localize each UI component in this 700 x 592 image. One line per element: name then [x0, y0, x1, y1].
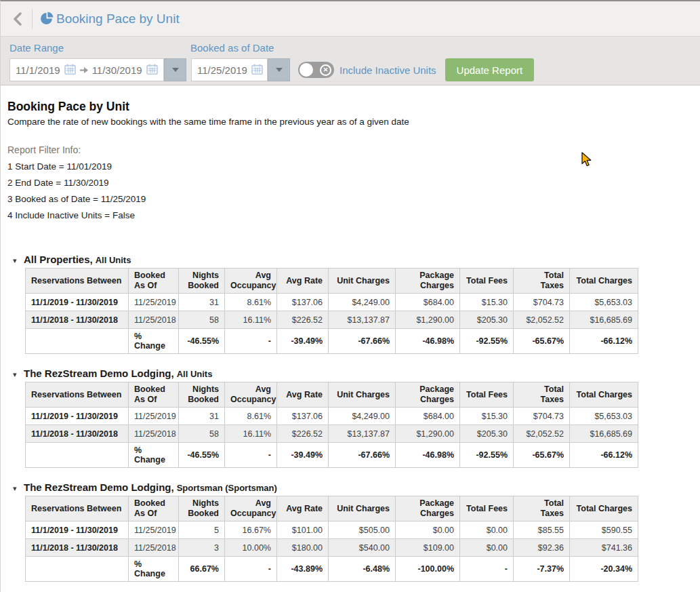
report-section: ▾All Properties,All UnitsReservations Be…	[7, 254, 700, 354]
filter-info-line: 2 End Date = 11/30/2019	[7, 178, 700, 188]
table-cell: $226.52	[277, 311, 329, 329]
calendar-icon[interactable]	[64, 64, 76, 77]
table-cell: 16.67%	[225, 521, 277, 539]
table-cell: $0.00	[460, 539, 514, 557]
table-cell: $4,249.00	[329, 408, 396, 425]
calendar-icon[interactable]	[146, 64, 158, 77]
filter-info-line: 4 Include Inactive Units = False	[7, 210, 700, 220]
column-header: Total Taxes	[514, 496, 570, 521]
section-property-name: The RezStream Demo Lodging,	[24, 481, 174, 493]
back-button[interactable]	[7, 7, 28, 31]
table-cell: $205.30	[460, 425, 514, 443]
date-range-dropdown-button[interactable]	[164, 58, 186, 81]
column-header: Avg Rate	[277, 382, 329, 408]
section-unit-name: All Units	[177, 369, 213, 379]
collapse-triangle-icon[interactable]: ▾	[7, 370, 24, 379]
table-cell: $704.73	[514, 294, 570, 311]
table-header-row: Reservations BetweenBooked As OfNights B…	[26, 382, 638, 408]
table-cell: 11/25/2018	[129, 311, 179, 329]
filter-bar: Date Range Booked as of Date 11/1/2019	[1, 37, 700, 85]
table-cell: -46.98%	[396, 329, 460, 354]
include-inactive-units-toggle[interactable]: ✕	[298, 62, 334, 78]
table-cell: 16.11%	[225, 425, 277, 443]
booked-as-of-value[interactable]: 11/25/2019	[197, 64, 247, 76]
column-header: Reservations Between	[26, 382, 129, 408]
filter-info-line: 3 Booked as of Date = 11/25/2019	[7, 194, 700, 204]
table-cell: 11/1/2018 - 11/30/2018	[26, 311, 129, 329]
table-cell: 3	[179, 539, 225, 557]
report-subtitle: Compare the rate of new bookings with th…	[7, 117, 700, 127]
toggle-off-x-icon: ✕	[320, 64, 331, 76]
page-title: Booking Pace by Unit	[56, 12, 180, 26]
column-header: Reservations Between	[26, 496, 129, 521]
table-row: 11/1/2018 - 11/30/201811/25/2018310.00%$…	[26, 539, 638, 557]
table-cell: $101.00	[277, 521, 329, 539]
section-title: ▾All Properties,All Units	[7, 254, 700, 265]
table-cell: $180.00	[277, 539, 329, 557]
table-cell: % Change	[129, 557, 179, 582]
table-cell: $1,290.00	[396, 311, 460, 329]
table-cell: $505.00	[329, 521, 396, 539]
table-cell: $590.55	[570, 521, 638, 539]
start-date-value[interactable]: 11/1/2019	[16, 64, 60, 76]
table-cell: $137.06	[277, 408, 329, 425]
table-cell: $684.00	[396, 408, 460, 425]
table-cell: -92.55%	[460, 329, 514, 354]
table-cell: 11/1/2018 - 11/30/2018	[26, 539, 129, 557]
table-cell: $15.30	[460, 294, 514, 311]
column-header: Reservations Between	[26, 269, 129, 294]
table-row: 11/1/2019 - 11/30/201911/25/2019318.61%$…	[26, 294, 638, 311]
table-cell: $5,653.03	[570, 294, 638, 311]
collapse-triangle-icon[interactable]: ▾	[7, 484, 24, 493]
table-cell	[26, 329, 129, 354]
table-cell: -65.67%	[514, 443, 570, 468]
table-header-row: Reservations BetweenBooked As OfNights B…	[26, 496, 638, 521]
table-cell: 11/25/2018	[129, 425, 179, 443]
report-title: Booking Pace by Unit	[7, 85, 700, 114]
calendar-icon[interactable]	[251, 64, 263, 77]
table-cell: -20.34%	[570, 557, 638, 582]
table-row: % Change66.67%--43.89%-6.48%-100.00%--7.…	[26, 557, 638, 582]
table-cell: $1,290.00	[396, 425, 460, 443]
table-cell: $5,653.03	[570, 408, 638, 425]
table-cell: $0.00	[460, 521, 514, 539]
table-cell: % Change	[129, 443, 179, 468]
end-date-value[interactable]: 11/30/2019	[92, 64, 142, 76]
column-header: Avg Occupancy	[225, 496, 277, 521]
column-header: Avg Occupancy	[225, 269, 277, 294]
table-cell: % Change	[129, 329, 179, 354]
table-cell: -39.49%	[277, 443, 329, 468]
table-cell: $13,137.87	[329, 425, 396, 443]
column-header: Booked As Of	[129, 382, 179, 408]
column-header: Avg Occupancy	[225, 382, 277, 408]
table-cell: 11/1/2018 - 11/30/2018	[26, 425, 129, 443]
table-cell: $85.55	[514, 521, 570, 539]
filter-info-heading: Report Filter Info:	[7, 144, 700, 155]
table-cell: -	[460, 557, 514, 582]
table-cell: 8.61%	[225, 294, 277, 311]
table-cell: -6.48%	[329, 557, 396, 582]
column-header: Nights Booked	[179, 269, 225, 294]
table-cell: $109.00	[396, 539, 460, 557]
section-property-name: The RezStream Demo Lodging,	[24, 368, 174, 379]
table-cell: -7.37%	[514, 557, 570, 582]
table-cell: 11/25/2019	[129, 521, 179, 539]
collapse-triangle-icon[interactable]: ▾	[7, 256, 24, 265]
table-cell: -39.49%	[277, 329, 329, 354]
booked-as-of-input[interactable]: 11/25/2019	[191, 58, 268, 81]
booking-pace-table: Reservations BetweenBooked As OfNights B…	[25, 268, 638, 354]
booked-as-of-dropdown-button[interactable]	[268, 58, 290, 81]
table-cell: -67.66%	[329, 443, 396, 468]
include-inactive-units-label: Include Inactive Units	[339, 64, 436, 76]
table-cell: $15.30	[460, 408, 514, 425]
column-header: Avg Rate	[277, 496, 329, 521]
table-cell: 11/25/2019	[129, 294, 179, 311]
column-header: Unit Charges	[329, 269, 396, 294]
filter-info-line: 1 Start Date = 11/01/2019	[7, 161, 700, 172]
column-header: Package Charges	[396, 382, 460, 408]
column-header: Booked As Of	[129, 269, 179, 294]
table-row: 11/1/2018 - 11/30/201811/25/20185816.11%…	[26, 311, 638, 329]
date-range-input[interactable]: 11/1/2019 11/30/2019	[9, 58, 164, 81]
mouse-cursor	[581, 152, 592, 170]
update-report-button[interactable]: Update Report	[445, 58, 535, 81]
